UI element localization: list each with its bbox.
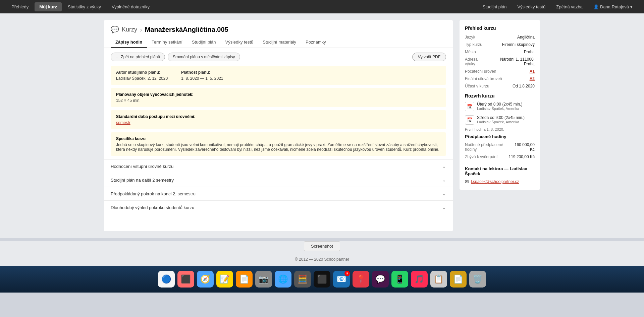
prepaid-loaded-label: Načtené předplacené hodiny <box>465 142 511 152</box>
dock-trash[interactable]: 🗑️ <box>469 271 486 288</box>
tab-studijni-plan[interactable]: Studijní plán <box>187 37 221 48</box>
dock-finder[interactable]: 🔵 <box>158 271 175 288</box>
schedule-day-1: Úterý od 8:00 (2x45 min.) <box>477 102 522 107</box>
collapse-predpokladany[interactable]: Předpokládaný pokrok na konci 2. semestr… <box>104 187 453 200</box>
prepaid-loaded: Načtené předplacené hodiny 160 000,00 Kč <box>465 142 535 152</box>
nav-prehledy[interactable]: Přehledy <box>7 2 33 11</box>
nav-statistiky[interactable]: Statistiky z výuky <box>63 2 106 11</box>
specifics-label: Specifika kurzu <box>116 136 441 141</box>
detail-adresa: Adresa výuky Národní 1, 111000, Praha <box>465 57 535 66</box>
finalni-value[interactable]: A2 <box>530 76 535 81</box>
schedule-teacher-1: Ladislav Špaček, Amerika <box>477 107 522 111</box>
pdf-button[interactable]: Vytvořit PDF <box>412 53 446 61</box>
compare-button[interactable]: Srovnání plánu s měsíčními zápisy <box>168 53 240 61</box>
jazyk-value: Angličtina <box>517 35 535 40</box>
mesto-label: Město <box>465 50 476 54</box>
collapse-predpokladany-label: Předpokládaný pokrok na konci 2. semestr… <box>111 191 196 196</box>
dock-whatsapp[interactable]: 📱 <box>391 271 408 288</box>
collapse-studijni-label: Studijní plán na další 2 semestry <box>111 178 174 183</box>
collapse-dlouhodoby[interactable]: Dlouhodobý výhled pokroku studentů kurzu… <box>104 200 453 214</box>
typ-label: Typ kurzu <box>465 42 482 47</box>
progress-section: Standardní doba postupu mezi úrovněmi: s… <box>111 110 446 129</box>
prepaid-remaining: Zbývá k vyčerpání 119 200,00 Kč <box>465 154 535 159</box>
dock-doc2[interactable]: 📄 <box>450 271 467 288</box>
dock-slack[interactable]: 💬 <box>372 271 389 288</box>
plan-meta: Autor studijního plánu: Ladislav Špaček,… <box>111 66 446 85</box>
pocatecni-label: Počáteční úroveň <box>465 69 496 74</box>
screenshot-button[interactable]: Screenshot <box>304 241 340 251</box>
tab-zapisy-hodin[interactable]: Zápisy hodin <box>111 37 147 48</box>
schedule-teacher-2: Ladislav Špaček, Amerika <box>477 120 525 124</box>
course-overview-title: Přehled kurzu <box>465 25 535 31</box>
prepaid-title: Předplacené hodiny <box>465 134 535 139</box>
dock-music[interactable]: 🎵 <box>411 271 428 288</box>
ucast-label: Účast v kurzu <box>465 84 489 88</box>
volume-value: 152 × 45 min. <box>116 98 441 103</box>
nav-vysledky-testu[interactable]: Výsledky testů <box>513 2 550 11</box>
specifics-section: Specifika kurzu Jedná se o skupinový kur… <box>111 132 446 156</box>
dock-screenshot[interactable]: 📷 <box>255 271 272 288</box>
breadcrumb-current: ManažerskáAngličtina.005 <box>145 26 228 34</box>
tab-vysledky-testu[interactable]: Výsledky testů <box>221 37 258 48</box>
email-icon: ✉ <box>465 179 469 184</box>
adresa-label: Adresa výuky <box>465 57 489 66</box>
dock-sublime[interactable]: 📄 <box>236 271 253 288</box>
prepaid-remaining-label: Zbývá k vyčerpání <box>465 154 497 159</box>
contact-title: Kontakt na lektora — Ladislav Špaček <box>465 162 535 176</box>
detail-typ: Typ kurzu Firemní skupinový <box>465 42 535 47</box>
dock-maps[interactable]: 📍 <box>353 271 369 288</box>
progress-link[interactable]: semestr <box>116 120 130 125</box>
breadcrumb-icon: 💬 <box>111 25 119 34</box>
toolbar-left: ← Zpět na přehled plánů Srovnání plánu s… <box>111 53 240 61</box>
pocatecni-value[interactable]: A1 <box>530 69 535 74</box>
dock-terminal[interactable]: ⬛ <box>314 271 330 288</box>
nav-right: Studijní plán Výsledky testů Zpětná vazb… <box>478 2 637 11</box>
nav-studijni-plan[interactable]: Studijní plán <box>478 2 512 11</box>
tab-poznamky[interactable]: Poznámky <box>301 37 331 48</box>
progress-label: Standardní doba postupu mezi úrovněmi: <box>116 114 441 119</box>
breadcrumb: 💬 Kurzy › ManažerskáAngličtina.005 <box>104 20 453 37</box>
user-menu[interactable]: 👤 Dana Ratajová ▾ <box>589 2 637 11</box>
dock-safari[interactable]: 🧭 <box>197 271 214 288</box>
validity-label: Platnost plánu: <box>181 70 223 75</box>
dropdown-icon: ▾ <box>630 4 633 9</box>
dock-chrome[interactable]: 🌐 <box>275 271 291 288</box>
chevron-dlouhodoby: ⌄ <box>442 205 446 210</box>
breadcrumb-separator: › <box>140 26 142 34</box>
volume-label: Plánovaný objem vyučovacích jednotek: <box>116 92 441 97</box>
outlook-badge: 9 <box>344 271 350 276</box>
user-name: Dana Ratajová <box>600 4 629 9</box>
mesto-value: Praha <box>524 50 535 54</box>
collapse-studijni-plan[interactable]: Studijní plán na další 2 semestry ⌄ <box>104 173 453 187</box>
collapse-hodnoceni-label: Hodnocení vstupní úrovně kurzu <box>111 164 173 169</box>
calendar-icon-2: 📅 <box>465 115 474 125</box>
dock-calculator[interactable]: 🧮 <box>294 271 311 288</box>
tab-terminy-setkani[interactable]: Termíny setkání <box>147 37 187 48</box>
footer: © 2012 — 2020 Schoolpartner <box>0 254 644 264</box>
dock-doc1[interactable]: 📋 <box>430 271 447 288</box>
typ-value: Firemní skupinový <box>502 42 535 47</box>
detail-finalni: Finální cílová úroveň A2 <box>465 76 535 81</box>
contact-email-link[interactable]: l.spacek@schoolpartner.cz <box>471 179 519 184</box>
back-button[interactable]: ← Zpět na přehled plánů <box>111 53 165 61</box>
first-lesson: První hodina 1. 8. 2020. <box>465 127 535 131</box>
dock-notes[interactable]: 📝 <box>216 271 233 288</box>
dock-outlook[interactable]: 📧 9 <box>333 271 350 288</box>
schedule-day-2: Středa od 9:00 (2x45 min.) <box>477 115 525 120</box>
breadcrumb-parent[interactable]: Kurzy <box>122 26 137 33</box>
collapse-dlouhodoby-label: Dlouhodobý výhled pokroku studentů kurzu <box>111 205 194 210</box>
dock-launchpad[interactable]: ⬛ <box>177 271 194 288</box>
chevron-studijni: ⌄ <box>442 177 446 183</box>
nav-muj-kurz[interactable]: Můj kurz <box>35 2 62 11</box>
tab-studijni-materialy[interactable]: Studijní materiály <box>258 37 301 48</box>
detail-pocatecni: Počáteční úroveň A1 <box>465 69 535 74</box>
author-label: Autor studijního plánu: <box>116 70 168 75</box>
sub-tabs: Zápisy hodin Termíny setkání Studijní pl… <box>104 37 453 48</box>
collapse-hodnoceni[interactable]: Hodnocení vstupní úrovně kurzu ⌄ <box>104 159 453 173</box>
prepaid-remaining-value: 119 200,00 Kč <box>509 154 535 159</box>
main-wrapper: 💬 Kurzy › ManažerskáAngličtina.005 Zápis… <box>0 13 644 238</box>
calendar-icon-1: 📅 <box>465 102 474 111</box>
nav-zpetna-vazba[interactable]: Zpětná vazba <box>551 2 587 11</box>
nav-dotazniky[interactable]: Vyplněné dotazníky <box>107 2 154 11</box>
toolbar: ← Zpět na přehled plánů Srovnání plánu s… <box>104 48 453 66</box>
